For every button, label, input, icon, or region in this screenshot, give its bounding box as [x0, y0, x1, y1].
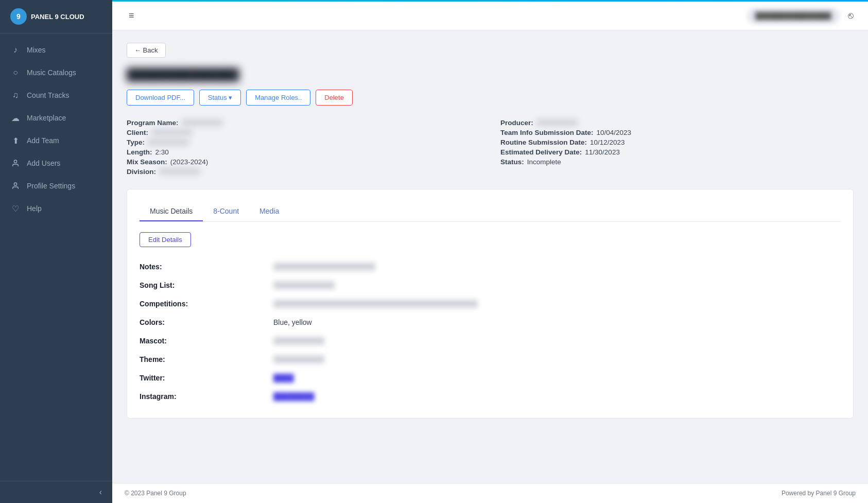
sidebar: 9 PANEL 9 CLOUD ♪ Mixes ○ Music Catalogs…: [0, 0, 112, 503]
notes-value: ████████████████████: [273, 263, 375, 271]
help-icon: ♡: [10, 203, 21, 214]
detail-row-mascot: Mascot: ██████████: [140, 332, 841, 350]
footer: © 2023 Panel 9 Group Powered by Panel 9 …: [112, 483, 868, 503]
info-right: Producer: Team Info Submission Date: 10/…: [500, 118, 854, 177]
mascot-value: ██████████: [273, 337, 324, 345]
instagram-value[interactable]: ████████: [273, 392, 314, 401]
count-tracks-icon: ♫: [10, 90, 21, 100]
logo-text: PANEL 9 CLOUD: [31, 13, 84, 21]
sidebar-item-add-users[interactable]: Add Users: [0, 152, 112, 175]
competitions-value: ████████████████████████████████████████: [273, 300, 478, 308]
detail-row-instagram: Instagram: ████████: [140, 387, 841, 406]
sidebar-item-label: Profile Settings: [27, 182, 75, 190]
status-button[interactable]: Status ▾: [199, 90, 241, 106]
svg-point-0: [14, 160, 16, 163]
theme-label: Theme:: [140, 355, 273, 363]
add-team-icon: ⬆: [10, 135, 21, 146]
tab-content: Edit Details Notes: ████████████████████…: [140, 222, 841, 406]
info-row-delivery: Estimated Delivery Date: 11/30/2023: [500, 147, 854, 157]
sidebar-logo: 9 PANEL 9 CLOUD: [0, 0, 112, 33]
info-row-routine: Routine Submission Date: 10/12/2023: [500, 137, 854, 147]
info-left: Program Name: Client: Type: Length: [127, 118, 480, 177]
detail-row-song-list: Song List: ████████████: [140, 276, 841, 294]
producer-value: [536, 119, 578, 126]
song-list-label: Song List:: [140, 281, 273, 289]
info-row-client: Client:: [127, 128, 480, 137]
logo-icon: 9: [10, 8, 27, 25]
type-label: Type:: [127, 138, 145, 146]
client-value: [151, 129, 193, 136]
delivery-label: Estimated Delivery Date:: [500, 148, 582, 156]
logout-button[interactable]: ⎋: [846, 8, 856, 23]
sidebar-item-label: Marketplace: [27, 114, 66, 122]
notes-label: Notes:: [140, 263, 273, 271]
tab-bar: Music Details 8-Count Media: [140, 202, 841, 222]
sidebar-nav: ♪ Mixes ○ Music Catalogs ♫ Count Tracks …: [0, 33, 112, 481]
sidebar-item-add-team[interactable]: ⬆ Add Team: [0, 129, 112, 152]
sidebar-collapse: ‹: [0, 481, 112, 503]
detail-row-twitter: Twitter: ████: [140, 369, 841, 387]
action-buttons: Download PDF... Status ▾ Manage Roles.. …: [127, 90, 854, 106]
info-grid: Program Name: Client: Type: Length: [127, 118, 854, 177]
competitions-label: Competitions:: [140, 300, 273, 308]
collapse-button[interactable]: ‹: [99, 488, 102, 497]
info-row-team-info: Team Info Submission Date: 10/04/2023: [500, 128, 854, 137]
edit-details-button[interactable]: Edit Details: [140, 232, 191, 247]
info-row-division: Division:: [127, 167, 480, 177]
twitter-label: Twitter:: [140, 374, 273, 382]
producer-label: Producer:: [500, 119, 533, 127]
tab-music-details[interactable]: Music Details: [140, 202, 203, 221]
info-row-type: Type:: [127, 137, 480, 147]
mascot-label: Mascot:: [140, 337, 273, 345]
profile-settings-icon: [10, 181, 21, 191]
team-info-value: 10/04/2023: [597, 129, 632, 136]
length-label: Length:: [127, 148, 152, 156]
mix-season-value: (2023-2024): [170, 158, 209, 166]
division-label: Division:: [127, 168, 156, 176]
sidebar-item-profile-settings[interactable]: Profile Settings: [0, 175, 112, 197]
topbar-right: ████████████████ ⎋: [747, 8, 856, 24]
info-row-producer: Producer:: [500, 118, 854, 128]
status-label: Status:: [500, 158, 524, 166]
sidebar-item-label: Mixes: [27, 46, 46, 54]
footer-powered-by: Powered by Panel 9 Group: [782, 490, 856, 497]
info-row-mix-season: Mix Season: (2023-2024): [127, 157, 480, 167]
mixes-icon: ♪: [10, 45, 21, 55]
back-button[interactable]: ← Back: [127, 43, 166, 58]
sidebar-item-label: Add Users: [27, 159, 60, 167]
twitter-value[interactable]: ████: [273, 374, 294, 382]
hamburger-button[interactable]: ≡: [125, 8, 138, 23]
sidebar-item-marketplace[interactable]: ☁ Marketplace: [0, 107, 112, 129]
client-label: Client:: [127, 129, 148, 136]
topbar-left: ≡: [125, 8, 138, 23]
sidebar-item-label: Add Team: [27, 136, 59, 145]
detail-row-colors: Colors: Blue, yellow: [140, 313, 841, 332]
sidebar-item-label: Count Tracks: [27, 91, 69, 99]
tab-media[interactable]: Media: [249, 202, 289, 221]
info-row-program-name: Program Name:: [127, 118, 480, 128]
song-list-value: ████████████: [273, 281, 335, 289]
manage-roles-button[interactable]: Manage Roles..: [246, 90, 310, 106]
download-pdf-button[interactable]: Download PDF...: [127, 90, 194, 106]
instagram-label: Instagram:: [140, 392, 273, 401]
sidebar-item-label: Help: [27, 204, 42, 213]
sidebar-item-help[interactable]: ♡ Help: [0, 197, 112, 220]
svg-point-1: [14, 183, 16, 185]
sidebar-item-music-catalogs[interactable]: ○ Music Catalogs: [0, 61, 112, 84]
sidebar-item-mixes[interactable]: ♪ Mixes: [0, 39, 112, 61]
main-area: ≡ ████████████████ ⎋ ← Back ████████████…: [112, 0, 868, 503]
sidebar-item-count-tracks[interactable]: ♫ Count Tracks: [0, 84, 112, 107]
tab-8-count[interactable]: 8-Count: [203, 202, 249, 221]
topbar: ≡ ████████████████ ⎋: [112, 2, 868, 30]
info-row-length: Length: 2:30: [127, 147, 480, 157]
routine-label: Routine Submission Date:: [500, 138, 587, 146]
user-display: ████████████████: [747, 8, 840, 24]
marketplace-icon: ☁: [10, 113, 21, 123]
music-catalogs-icon: ○: [10, 67, 21, 78]
colors-value: Blue, yellow: [273, 318, 312, 326]
division-value: [159, 168, 200, 175]
mix-season-label: Mix Season:: [127, 158, 167, 166]
detail-row-notes: Notes: ████████████████████: [140, 257, 841, 276]
delete-button[interactable]: Delete: [316, 90, 353, 106]
add-users-icon: [10, 158, 21, 168]
